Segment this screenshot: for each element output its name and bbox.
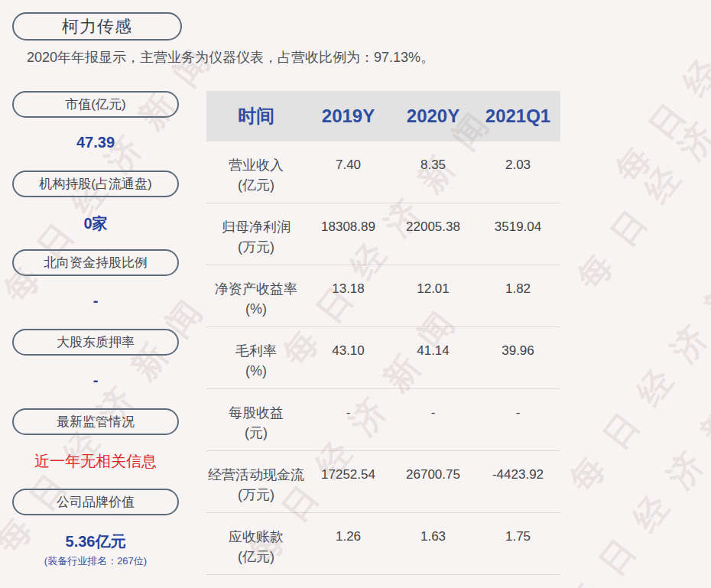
cell-value: - xyxy=(391,403,476,450)
cell-value: 18308.89 xyxy=(306,217,391,265)
indicator-name: 归母净利润 xyxy=(206,217,306,237)
stat-label: 最新监管情况 xyxy=(57,413,135,430)
brand-watermark: 每日经济新闻 xyxy=(556,339,711,588)
indicator-unit: (万元) xyxy=(206,237,306,257)
stat-sub-value: (装备行业排名：267位) xyxy=(12,554,179,568)
company-name: 柯力传感 xyxy=(62,15,132,38)
stat-pledge-ratio: 大股东质押率 - xyxy=(12,329,179,389)
indicator-name: 毛利率 xyxy=(206,341,306,361)
row-label: 归母净利润 (万元) xyxy=(206,217,306,265)
cell-value: 1.63 xyxy=(391,527,476,574)
stat-value: 5.36亿元 xyxy=(12,531,179,552)
cell-value: 7.40 xyxy=(306,155,391,203)
stat-label: 北向资金持股比例 xyxy=(44,254,148,271)
brand-watermark: 每日经济新闻 xyxy=(560,213,711,502)
stat-northbound-holding-pill: 北向资金持股比例 xyxy=(12,249,179,276)
stat-label: 机构持股(占流通盘) xyxy=(39,175,151,193)
cell-value: 22005.38 xyxy=(391,217,476,265)
table-row-roe: 净资产收益率 (%) 13.18 12.01 1.82 xyxy=(206,265,560,327)
row-label: 净资产收益率 (%) xyxy=(206,279,306,326)
cell-value: 1.82 xyxy=(476,279,560,326)
row-label: 经营活动现金流 (万元) xyxy=(206,465,306,512)
financial-table: 时间 2019Y 2020Y 2021Q1 营业收入 (亿元) 7.40 8.3… xyxy=(206,91,560,575)
table-row-net-profit: 归母净利润 (万元) 18308.89 22005.38 3519.04 xyxy=(206,203,560,265)
cell-value: 26700.75 xyxy=(391,465,476,512)
indicator-name: 净资产收益率 xyxy=(206,279,306,299)
stat-value: - xyxy=(12,372,179,389)
stat-value: - xyxy=(12,292,179,310)
column-header-2019y: 2019Y xyxy=(306,106,391,127)
column-header-2021q1: 2021Q1 xyxy=(476,106,560,127)
stat-brand-value: 公司品牌价值 5.36亿元 (装备行业排名：267位) xyxy=(12,489,179,568)
stat-label: 公司品牌价值 xyxy=(57,493,135,511)
indicator-unit: (元) xyxy=(206,423,306,443)
indicator-unit: (%) xyxy=(206,299,306,319)
indicator-name: 每股收益 xyxy=(206,403,306,423)
company-description: 2020年年报显示，主营业务为仪器仪表，占营收比例为：97.13%。 xyxy=(27,48,434,67)
indicator-unit: (亿元) xyxy=(206,175,306,195)
cell-value: 3519.04 xyxy=(476,217,560,265)
cell-value: - xyxy=(306,403,391,450)
table-row-revenue: 营业收入 (亿元) 7.40 8.35 2.03 xyxy=(206,141,560,203)
cell-value: 12.01 xyxy=(391,279,476,326)
indicator-unit: (%) xyxy=(206,361,306,381)
indicator-name: 营业收入 xyxy=(206,155,306,175)
stat-northbound-holding: 北向资金持股比例 - xyxy=(12,249,179,310)
cell-value: -4423.92 xyxy=(476,465,560,512)
stat-brand-value-pill: 公司品牌价值 xyxy=(12,489,179,515)
cell-value: 17252.54 xyxy=(306,465,391,512)
indicator-unit: (亿元) xyxy=(206,547,306,567)
row-label: 营业收入 (亿元) xyxy=(206,155,306,203)
stat-pledge-ratio-pill: 大股东质押率 xyxy=(12,329,179,356)
table-row-gross-margin: 毛利率 (%) 43.10 41.14 39.96 xyxy=(206,327,560,389)
table-row-receivables: 应收账款 (亿元) 1.26 1.63 1.75 xyxy=(206,513,560,575)
stat-label: 市值(亿元) xyxy=(65,96,125,113)
column-header-time: 时间 xyxy=(206,104,306,128)
indicator-name: 应收账款 xyxy=(206,527,306,547)
stat-regulation: 最新监管情况 近一年无相关信息 xyxy=(12,408,179,472)
cell-value: 13.18 xyxy=(306,279,391,326)
cell-value: 41.14 xyxy=(391,341,476,388)
table-header-row: 时间 2019Y 2020Y 2021Q1 xyxy=(206,91,560,141)
stat-institutional-holding-pill: 机构持股(占流通盘) xyxy=(12,171,179,197)
stat-value: 0家 xyxy=(12,213,179,234)
cell-value: 8.35 xyxy=(391,155,476,203)
cell-value: 2.03 xyxy=(476,155,560,203)
indicator-unit: (万元) xyxy=(206,485,306,505)
stat-market-cap: 市值(亿元) 47.39 xyxy=(12,91,179,151)
company-name-pill: 柯力传感 xyxy=(12,12,182,41)
infographic-root: { "branding": { "watermark": "每日经济新闻" },… xyxy=(0,0,711,588)
row-label: 毛利率 (%) xyxy=(206,341,306,388)
row-label: 每股收益 (元) xyxy=(206,403,306,450)
indicator-name: 经营活动现金流 xyxy=(206,465,306,485)
cell-value: 1.75 xyxy=(476,527,560,574)
stat-market-cap-pill: 市值(亿元) xyxy=(12,91,179,118)
row-label: 应收账款 (亿元) xyxy=(206,527,306,574)
brand-watermark: 每日经济新闻 xyxy=(567,11,711,299)
column-header-2020y: 2020Y xyxy=(391,106,476,127)
stat-value-alert: 近一年无相关信息 xyxy=(12,451,179,472)
stat-value: 47.39 xyxy=(12,134,179,151)
table-row-operating-cashflow: 经营活动现金流 (万元) 17252.54 26700.75 -4423.92 xyxy=(206,451,560,513)
cell-value: - xyxy=(476,403,560,450)
cell-value: 39.96 xyxy=(476,341,560,388)
cell-value: 1.26 xyxy=(306,527,391,574)
table-row-eps: 每股收益 (元) - - - xyxy=(206,389,560,451)
stat-label: 大股东质押率 xyxy=(57,333,135,351)
cell-value: 43.10 xyxy=(306,341,391,388)
stat-regulation-pill: 最新监管情况 xyxy=(12,408,179,435)
stat-institutional-holding: 机构持股(占流通盘) 0家 xyxy=(12,171,179,234)
brand-watermark: 每日经济新闻 xyxy=(605,0,711,192)
